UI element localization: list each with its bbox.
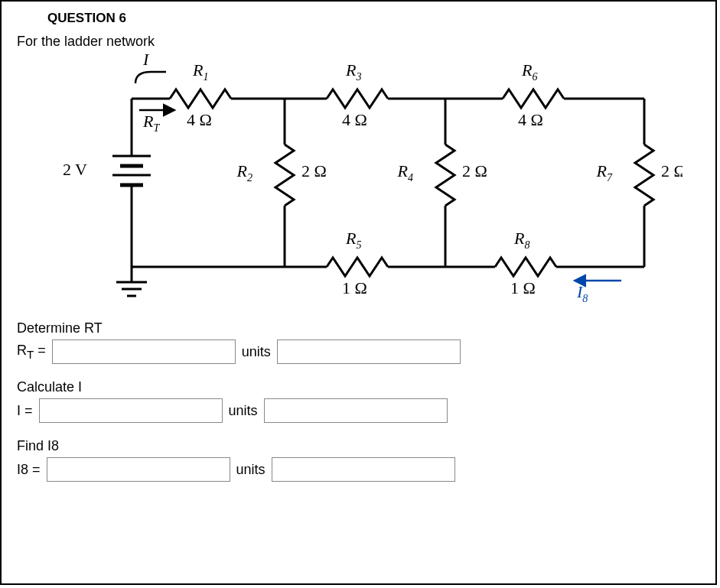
r6-value: 4 Ω bbox=[518, 110, 543, 129]
i-value-input[interactable] bbox=[39, 398, 223, 423]
r3-name: R3 bbox=[345, 60, 361, 83]
r7-value: 2 Ω bbox=[661, 161, 683, 180]
resistor-r4: R4 2 Ω bbox=[397, 99, 487, 267]
r2-name: R2 bbox=[236, 161, 252, 184]
rt-var-label: RT = bbox=[17, 343, 46, 361]
r7-name: R7 bbox=[596, 161, 613, 184]
rt-label: RT bbox=[142, 112, 160, 134]
question-header: QUESTION 6 bbox=[47, 11, 700, 26]
i8-label: I8 bbox=[576, 282, 588, 304]
rt-units-label: units bbox=[242, 344, 271, 360]
r1-name: R1 bbox=[192, 60, 208, 83]
i8-units-label: units bbox=[236, 462, 266, 478]
rt-arrow: RT bbox=[139, 110, 174, 134]
circuit-diagram: 2 V R1 4 Ω I bbox=[17, 53, 683, 305]
i-var-label: I = bbox=[17, 403, 33, 419]
i8-value-input[interactable] bbox=[47, 457, 230, 482]
task-i: Calculate I I = units bbox=[17, 379, 700, 423]
r5-value: 1 Ω bbox=[342, 278, 367, 297]
r3-value: 4 Ω bbox=[342, 110, 367, 129]
prompt-text: For the ladder network bbox=[17, 34, 700, 50]
r4-value: 2 Ω bbox=[462, 161, 487, 180]
resistor-r1: R1 4 Ω bbox=[132, 60, 285, 129]
source-label: 2 V bbox=[63, 160, 87, 179]
task-i-title: Calculate I bbox=[17, 379, 700, 395]
page-frame: QUESTION 6 For the ladder network bbox=[0, 0, 717, 585]
rt-value-input[interactable] bbox=[52, 339, 236, 364]
r6-name: R6 bbox=[521, 60, 537, 83]
current-I8: I8 bbox=[575, 281, 621, 304]
resistor-r3: R3 4 Ω bbox=[285, 60, 445, 129]
r8-name: R8 bbox=[513, 229, 529, 251]
resistor-r8: R8 1 Ω bbox=[445, 229, 644, 297]
voltage-source: 2 V bbox=[63, 99, 151, 267]
current-I-label: I bbox=[142, 53, 150, 69]
task-rt: Determine RT RT = units bbox=[17, 320, 700, 364]
resistor-r6: R6 4 Ω bbox=[445, 60, 644, 129]
answers-section: Determine RT RT = units Calculate I I = … bbox=[17, 320, 700, 482]
resistor-r2: R2 2 Ω bbox=[236, 99, 327, 267]
i8-units-input[interactable] bbox=[272, 457, 455, 482]
r1-value: 4 Ω bbox=[187, 110, 212, 129]
resistor-r7: R7 2 Ω bbox=[596, 99, 683, 267]
task-rt-title: Determine RT bbox=[17, 320, 700, 336]
current-I: I bbox=[135, 53, 166, 83]
r4-name: R4 bbox=[397, 161, 413, 184]
resistor-r5: R5 1 Ω bbox=[285, 229, 445, 297]
rt-units-input[interactable] bbox=[277, 339, 461, 364]
r8-value: 1 Ω bbox=[510, 278, 536, 297]
i-units-label: units bbox=[229, 403, 258, 419]
r2-value: 2 Ω bbox=[301, 161, 327, 180]
i8-var-label: I8 = bbox=[17, 462, 41, 478]
task-i8: Find I8 I8 = units bbox=[17, 438, 700, 482]
r5-name: R5 bbox=[345, 229, 361, 251]
task-i8-title: Find I8 bbox=[17, 438, 700, 454]
ground-symbol bbox=[116, 267, 147, 296]
i-units-input[interactable] bbox=[264, 398, 448, 423]
